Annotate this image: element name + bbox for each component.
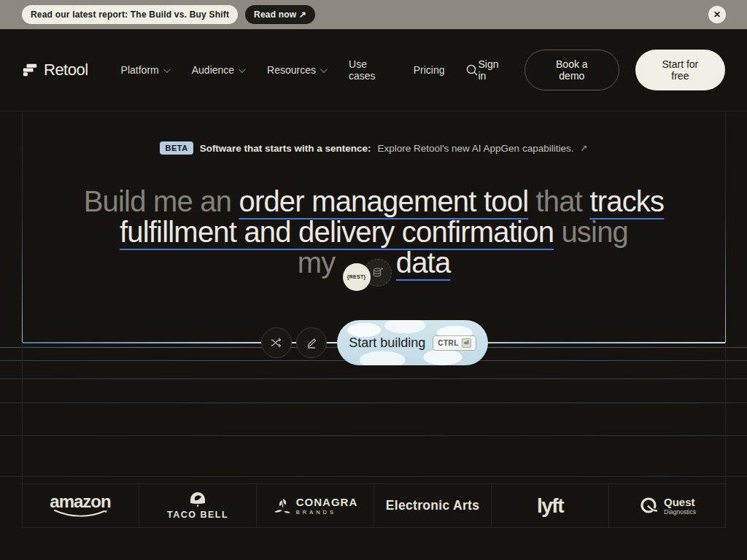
headline-line-3: my {REST}data [22,247,726,291]
shuffle-prompt-button[interactable] [261,327,292,358]
nav-item-platform[interactable]: Platform [121,64,169,76]
brand-name: Retool [44,61,88,79]
banner-read-now-button[interactable]: Read now ↗ [245,5,315,24]
nav-item-resources[interactable]: Resources [267,64,325,76]
search-icon[interactable] [465,63,479,77]
chevron-down-icon [163,66,171,73]
logo-electronic-arts: Electronic Arts [374,484,491,527]
start-building-label: Start building [349,335,425,351]
arrow-up-right-icon[interactable]: ↗ [580,143,587,153]
return-key-icon: ⏎ [462,338,471,348]
quest-q-icon [639,496,659,516]
appgen-link[interactable]: Explore Retool's new AI AppGen capabilit… [377,143,573,154]
conagra-leaf-icon [273,497,292,515]
logo-taco-bell: TACO BELL [139,484,256,527]
decorative-line [0,435,747,436]
decorative-line [0,476,747,477]
taco-bell-icon [188,491,207,509]
decorative-line [0,402,747,403]
start-building-button[interactable]: Start building CTRL ⏎ [337,320,488,365]
headline-highlight: data [396,246,451,279]
hero-headline: Build me an order management tool that t… [22,186,726,291]
rest-api-icon[interactable]: {REST} [343,263,371,291]
nav-item-use-cases[interactable]: Use cases [349,58,390,82]
sign-in-link[interactable]: Sign in [479,58,508,82]
logo-amazon: amazon [22,484,139,527]
beta-badge: BETA [160,141,193,155]
close-icon: ✕ [713,9,721,20]
pencil-icon [305,336,318,349]
ctrl-enter-keycap: CTRL ⏎ [433,335,476,351]
book-a-demo-button[interactable]: Book a demo [525,50,619,90]
chevron-down-icon [320,66,328,73]
headline-line-2: fulfillment and delivery confirmation us… [22,217,726,247]
chevron-down-icon [239,66,246,73]
shuffle-icon [270,336,283,349]
start-for-free-button[interactable]: Start for free [635,50,725,90]
nav-item-audience[interactable]: Audience [192,64,244,76]
logo-conagra: CONAGRA BRANDS [256,484,374,527]
logo-lyft: lyft [491,484,608,527]
headline-line-1: Build me an order management tool that t… [22,186,726,217]
nav-actions: Sign in Book a demo Start for free [479,50,726,90]
amazon-smile-icon [52,509,109,518]
hero-section: BETA Software that starts with a sentenc… [22,112,726,343]
headline-highlight: fulfillment and delivery confirmation [120,216,554,248]
headline-highlight: tracks [589,185,664,217]
customer-logo-bar: amazon TACO BELL [22,483,726,528]
banner-message: Read our latest report: The Build vs. Bu… [22,5,238,24]
nav-menu: Platform Audience Resources Use cases Pr… [121,58,445,82]
announce-text: Software that starts with a sentence: [200,143,371,154]
hero-actions: Start building CTRL ⏎ [261,320,488,365]
decorative-line [0,378,747,379]
beta-announcement: BETA Software that starts with a sentenc… [22,141,726,155]
retool-logo[interactable]: Retool [22,61,88,79]
logo-quest-diagnostics: Quest Diagnostics [608,484,726,527]
nav-item-pricing[interactable]: Pricing [414,64,445,76]
headline-highlight: order management tool [239,185,528,217]
top-navigation: Retool Platform Audience Resources Use c… [0,29,747,112]
edit-prompt-button[interactable] [296,327,327,358]
announcement-banner: Read our latest report: The Build vs. Bu… [0,0,747,29]
banner-close-button[interactable]: ✕ [708,6,726,23]
retool-logomark-icon [22,62,38,78]
